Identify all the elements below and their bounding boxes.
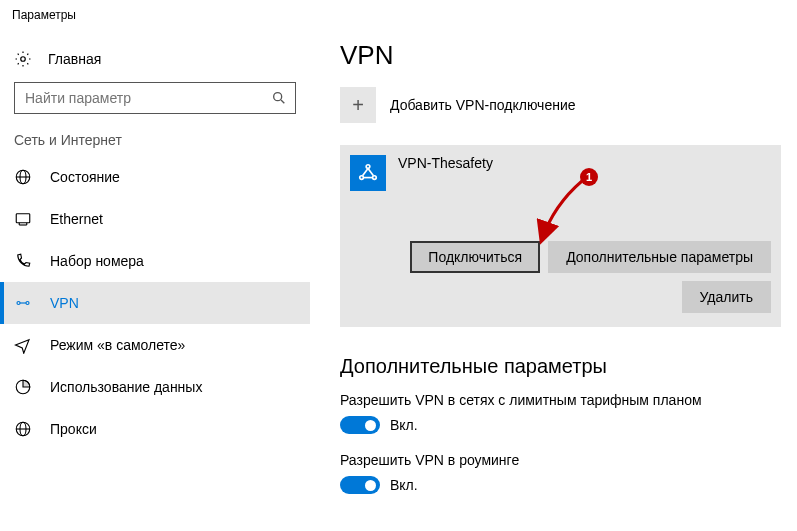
svg-point-0: [21, 57, 26, 62]
advanced-options-button[interactable]: Дополнительные параметры: [548, 241, 771, 273]
svg-point-1: [274, 93, 282, 101]
allow-metered-toggle[interactable]: [340, 416, 380, 434]
network-icon: [350, 155, 386, 191]
main-pane: VPN + Добавить VPN-подключение VPN-Thesa…: [310, 30, 797, 531]
delete-button[interactable]: Удалить: [682, 281, 771, 313]
sidebar-item-label: Использование данных: [50, 379, 202, 395]
sidebar-item-label: Ethernet: [50, 211, 103, 227]
allow-metered-label: Разрешить VPN в сетях с лимитным тарифны…: [340, 392, 781, 408]
vpn-icon: [14, 294, 34, 312]
sidebar-item-proxy[interactable]: Прокси: [0, 408, 310, 450]
allow-roaming-toggle[interactable]: [340, 476, 380, 494]
sidebar-item-label: Состояние: [50, 169, 120, 185]
sidebar-item-data-usage[interactable]: Использование данных: [0, 366, 310, 408]
globe-icon: [14, 168, 34, 186]
svg-point-10: [17, 302, 20, 305]
search-field[interactable]: [23, 89, 271, 107]
svg-point-17: [366, 165, 370, 169]
add-vpn-button[interactable]: + Добавить VPN-подключение: [340, 87, 781, 123]
search-icon: [271, 90, 287, 106]
svg-rect-6: [16, 214, 30, 223]
connection-name: VPN-Thesafety: [398, 155, 493, 171]
toggle-state-label: Вкл.: [390, 417, 418, 433]
svg-point-18: [360, 176, 364, 180]
sidebar-item-label: VPN: [50, 295, 79, 311]
svg-point-19: [373, 176, 377, 180]
data-icon: [14, 378, 34, 396]
airplane-icon: [14, 336, 34, 354]
section-label: Сеть и Интернет: [0, 132, 310, 156]
add-vpn-label: Добавить VPN-подключение: [390, 97, 576, 113]
sidebar-item-vpn[interactable]: VPN: [0, 282, 310, 324]
extra-settings-heading: Дополнительные параметры: [340, 355, 781, 378]
ethernet-icon: [14, 210, 34, 228]
svg-point-11: [26, 302, 29, 305]
sidebar-item-label: Прокси: [50, 421, 97, 437]
sidebar-item-airplane[interactable]: Режим «в самолете»: [0, 324, 310, 366]
sidebar: Главная Сеть и Интернет Состояние: [0, 30, 310, 531]
svg-line-20: [363, 168, 369, 175]
sidebar-item-dialup[interactable]: Набор номера: [0, 240, 310, 282]
sidebar-item-label: Набор номера: [50, 253, 144, 269]
window-title: Параметры: [0, 0, 797, 30]
svg-line-21: [368, 168, 374, 175]
gear-icon: [14, 50, 34, 68]
vpn-connection-card[interactable]: VPN-Thesafety Подключиться Дополнительны…: [340, 145, 781, 327]
connect-button[interactable]: Подключиться: [410, 241, 540, 273]
home-label: Главная: [48, 51, 101, 67]
phone-icon: [14, 252, 34, 270]
sidebar-item-ethernet[interactable]: Ethernet: [0, 198, 310, 240]
home-link[interactable]: Главная: [0, 42, 310, 82]
sidebar-item-status[interactable]: Состояние: [0, 156, 310, 198]
sidebar-item-label: Режим «в самолете»: [50, 337, 185, 353]
toggle-state-label: Вкл.: [390, 477, 418, 493]
plus-icon: +: [340, 87, 376, 123]
svg-line-2: [281, 100, 284, 103]
allow-roaming-label: Разрешить VPN в роуминге: [340, 452, 781, 468]
search-input[interactable]: [14, 82, 296, 114]
page-title: VPN: [340, 40, 781, 71]
proxy-icon: [14, 420, 34, 438]
